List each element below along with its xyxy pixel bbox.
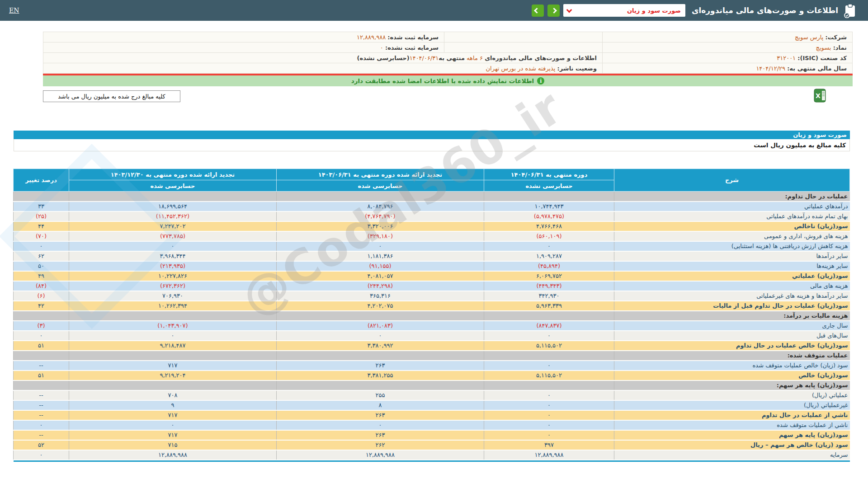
nav-next-button[interactable] [547, 5, 560, 17]
period-mid: منتهی به [439, 55, 465, 61]
cell-percent: ۵۱ [14, 371, 69, 380]
table-row: سود(زیان) ناخالص۴,۷۶۶,۴۶۸۳,۳۲۰,۰۰۶۷,۲۴۷,… [14, 221, 850, 231]
cell-percent: ۰ [14, 420, 69, 430]
cell-restated-mid: ۸,۰۸۴,۷۹۶ [277, 202, 484, 211]
topbar: اطلاعات و صورت‌های مالی میاندوره‌ای صورت… [0, 0, 868, 21]
symbol-label: نماد: [833, 44, 847, 51]
cell-percent: ۵۰ [14, 261, 69, 271]
empty-cell [444, 42, 603, 53]
issuer-status-cell: وضعیت ناشر: پذیرفته شده در بورس تهران [43, 63, 603, 74]
company-info-table: شرکت: پارس سویچ سرمایه ثبت شده: ۱۲,۸۸۹,۹… [43, 32, 853, 74]
cell-current: ۵,۱۱۵,۵۰۲ [484, 371, 614, 380]
cell-percent: (۷۰) [14, 231, 69, 241]
cell-restated-annual: ۷۱۵ [69, 440, 277, 450]
cell-restated-annual: ۰ [69, 420, 277, 430]
info-row: نماد: بسویچ سرمایه ثبت نشده: ۰ [43, 42, 853, 53]
symbol-cell: نماد: بسویچ [603, 42, 853, 53]
cell-percent: ۶۲ [14, 251, 69, 261]
cell-current: ۰ [484, 410, 614, 420]
income-table-body: عملیات در حال تداوم:درآمدهاي عملیاتي۱۰,۷… [14, 192, 850, 460]
row-label: ناشي از عملیات متوقف شده [614, 420, 850, 430]
cell-percent: ۳۳ [14, 202, 69, 211]
cell-percent: (۸۴) [14, 281, 69, 291]
row-label: سود(زیان) پایه هر سهم: [614, 380, 850, 390]
isic-cell: کد صنعت (ISIC): ۳۱۲۰۰۱ [603, 53, 853, 63]
row-label: عملیات در حال تداوم: [614, 192, 850, 202]
cell-restated-annual [69, 192, 277, 202]
table-row: ناشي از عملیات متوقف شده۰۰۰۰ [14, 420, 850, 430]
cell-restated-mid: ۱,۱۸۱,۳۸۶ [277, 251, 484, 261]
cell-restated-mid: ۳,۳۸۰,۹۹۲ [277, 341, 484, 351]
cell-restated-annual: (۷۷۳,۷۸۵) [69, 231, 277, 241]
cell-restated-mid: (۲۴۴,۲۹۸) [277, 281, 484, 291]
issuer-status-label: وضعیت ناشر: [557, 65, 597, 72]
cell-restated-mid: (۳۲۹,۱۸۰) [277, 231, 484, 241]
section-row: سود(زیان) پایه هر سهم: [14, 380, 850, 390]
registered-capital-cell: سرمایه ثبت شده: ۱۲,۸۸۹,۹۸۸ [43, 32, 444, 42]
row-label: هزینه های مالی [614, 281, 850, 291]
row-label: هزینه کاهش ارزش دریافتنی ها (هزینه استثن… [614, 241, 850, 251]
cell-current: ۳۹۷ [484, 440, 614, 450]
million-rial-note-box: کلیه مبالغ درج شده به میلیون ریال می باش… [43, 90, 180, 102]
cell-restated-mid: ۱۲,۸۸۹,۹۸۸ [277, 450, 484, 460]
cell-restated-annual: ۱۲,۸۸۹,۹۸۸ [69, 450, 277, 460]
table-row: سود(زیان) خالص عملیات در حال تداوم۵,۱۱۵,… [14, 341, 850, 351]
cell-current: ۰ [484, 430, 614, 440]
report-select-value: صورت سود و زیان [627, 7, 681, 14]
cell-restated-annual: (۲۱۳,۹۳۵) [69, 261, 277, 271]
row-label: سرمایه [614, 450, 850, 460]
cell-percent: -- [14, 400, 69, 410]
report-type-select[interactable]: صورت سود و زیان [563, 4, 685, 17]
row-label: سایر درآمدها و هزینه های غیرعملیاتی [614, 291, 850, 301]
cell-current: (۴۵,۸۹۴) [484, 261, 614, 271]
cell-restated-mid: ۲۵۵ [277, 390, 484, 400]
cell-percent [14, 311, 69, 321]
fiscal-year-cell: سال مالی منتهی به: ۱۴۰۴/۱۲/۲۹ [603, 63, 853, 74]
row-label: بهای تمام شده درآمدهای عملیاتی [614, 211, 850, 221]
cell-restated-annual: ۷۱۷ [69, 361, 277, 371]
fiscal-year-value: ۱۴۰۴/۱۲/۲۹ [756, 65, 785, 72]
cell-current: ۰ [484, 390, 614, 400]
language-en-link[interactable]: EN [9, 7, 19, 14]
cell-restated-mid: ۴,۰۸۱,۰۵۷ [277, 271, 484, 281]
cell-restated-annual: ۳,۹۶۸,۳۴۴ [69, 251, 277, 261]
fiscal-year-label: سال مالی منتهی به: [787, 65, 847, 72]
cell-percent: ۴۹ [14, 271, 69, 281]
table-row: سود(زیان) عملیاتي۶,۰۶۹,۷۵۲۴,۰۸۱,۰۵۷۱۰,۲۲… [14, 271, 850, 281]
nav-prev-button[interactable] [532, 5, 544, 17]
cell-restated-annual: ۱۰,۲۲۷,۸۲۶ [69, 271, 277, 281]
period-length: ۶ ماهه [467, 55, 483, 61]
cell-percent: ۰ [14, 331, 69, 341]
chevron-down-icon [566, 7, 572, 13]
cell-percent [14, 192, 69, 202]
unregistered-capital-cell: سرمایه ثبت نشده: ۰ [43, 42, 444, 53]
cell-restated-annual: ۷,۲۴۷,۲۰۲ [69, 221, 277, 231]
row-label: درآمدهاي عملیاتي [614, 202, 850, 211]
period-date: ۱۴۰۴/۰۶/۳۱ [410, 55, 439, 61]
cell-restated-mid: ۴,۲۰۲,۰۷۵ [277, 301, 484, 311]
row-label: سایر هزینه‌ها [614, 261, 850, 271]
table-row: سایر هزینه‌ها(۴۵,۸۹۴)(۹۱,۱۵۵)(۲۱۳,۹۳۵)۵۰ [14, 261, 850, 271]
row-label: سود (زیان) خالص عملیات متوقف شده [614, 361, 850, 371]
cell-current [484, 380, 614, 390]
company-label: شرکت: [826, 34, 847, 41]
cell-restated-annual: ۹,۲۱۹,۲۰۴ [69, 371, 277, 380]
cell-restated-mid: ۰ [277, 241, 484, 251]
income-statement-table-wrap: شرح دوره منتهی به ۱۴۰۴/۰۶/۳۱ تجدید ارائه… [14, 169, 850, 462]
row-label: سایر درآمدها [614, 251, 850, 261]
table-row: ناشي از عملیات در حال تداوم۰۲۶۳۷۱۷-- [14, 410, 850, 420]
symbol-value: بسویچ [816, 44, 831, 51]
cell-restated-mid [277, 192, 484, 202]
cell-restated-annual: (۶۷۲,۳۶۲) [69, 281, 277, 291]
table-row: درآمدهاي عملیاتي۱۰,۷۴۴,۹۴۳۸,۰۸۴,۷۹۶۱۸,۶۹… [14, 202, 850, 211]
table-row: بهای تمام شده درآمدهای عملیاتی(۵,۹۷۸,۴۷۵… [14, 211, 850, 221]
excel-export-icon[interactable]: X [814, 88, 826, 103]
cell-current: (۵۶۰,۱۰۹) [484, 231, 614, 241]
row-label: هزینه مالیات بر درآمد: [614, 311, 850, 321]
chevron-left-icon [534, 8, 540, 14]
cell-current: ۰ [484, 361, 614, 371]
table-row: سود(زیان) پایه هر سهم۰۲۶۳۷۱۷-- [14, 430, 850, 440]
cell-restated-annual: ۱۰,۲۶۲,۳۹۴ [69, 301, 277, 311]
cell-percent: ۰ [14, 241, 69, 251]
cell-percent: (۳) [14, 321, 69, 331]
